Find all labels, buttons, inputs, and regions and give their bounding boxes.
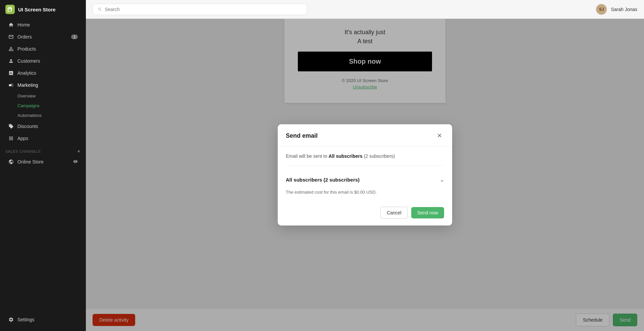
modal-send-now-button[interactable]: Send now xyxy=(411,207,444,218)
subscribers-label: All subscribers (2 subscribers) xyxy=(286,177,360,183)
topbar: SJ Sarah Jonas xyxy=(86,0,644,19)
sidebar-sub-item-automations[interactable]: Automations xyxy=(3,111,83,120)
customers-icon xyxy=(8,58,14,64)
discounts-icon xyxy=(8,123,14,129)
modal-info-text: Email will be sent to All subscribers (2… xyxy=(286,153,444,166)
subscribers-dropdown[interactable]: All subscribers (2 subscribers) ⌄ xyxy=(286,173,444,187)
orders-label: Orders xyxy=(17,34,32,40)
modal-title: Send email xyxy=(286,132,318,139)
sidebar-item-products[interactable]: Products xyxy=(3,43,83,55)
sidebar-item-apps[interactable]: Apps xyxy=(3,133,83,144)
products-label: Products xyxy=(17,46,36,52)
sidebar: UI Screen Store Home Orders 1 Products C… xyxy=(0,0,86,331)
modal-info-suffix: (2 subscribers) xyxy=(363,153,395,159)
discounts-label: Discounts xyxy=(17,124,38,129)
search-input[interactable] xyxy=(105,7,303,12)
chevron-down-icon: ⌄ xyxy=(440,177,444,183)
sidebar-item-orders[interactable]: Orders 1 xyxy=(3,31,83,43)
marketing-icon xyxy=(8,82,14,88)
orders-badge: 1 xyxy=(71,35,78,39)
products-icon xyxy=(8,46,14,52)
modal-header: Send email ✕ xyxy=(278,124,452,147)
add-sales-channel-icon[interactable]: + xyxy=(77,148,80,154)
online-store-visibility-icon[interactable] xyxy=(73,159,78,165)
analytics-icon xyxy=(8,70,14,76)
modal-info-bold: All subscribers xyxy=(329,153,363,159)
settings-label: Settings xyxy=(17,317,35,322)
sidebar-item-discounts[interactable]: Discounts xyxy=(3,121,83,132)
marketing-label: Marketing xyxy=(17,82,38,88)
analytics-label: Analytics xyxy=(17,70,36,76)
user-name: Sarah Jonas xyxy=(611,7,637,12)
sidebar-header: UI Screen Store xyxy=(0,0,86,19)
store-icon xyxy=(8,159,14,165)
store-name: UI Screen Store xyxy=(18,7,56,12)
sidebar-item-marketing[interactable]: Marketing xyxy=(3,79,83,91)
cost-text: The estimated cost for this email is $0.… xyxy=(286,190,444,195)
orders-icon xyxy=(8,34,14,40)
sidebar-sub-item-overview[interactable]: Overview xyxy=(3,91,83,101)
sidebar-item-analytics[interactable]: Analytics xyxy=(3,67,83,79)
user-avatar: SJ xyxy=(596,4,607,15)
apps-label: Apps xyxy=(17,136,28,141)
modal-overlay: Send email ✕ Email will be sent to All s… xyxy=(86,19,644,331)
home-label: Home xyxy=(17,22,30,27)
sidebar-item-customers[interactable]: Customers xyxy=(3,55,83,67)
modal-cancel-button[interactable]: Cancel xyxy=(380,207,408,219)
modal-close-button[interactable]: ✕ xyxy=(435,131,444,140)
home-icon xyxy=(8,22,14,28)
settings-icon xyxy=(8,317,14,323)
online-store-label: Online Store xyxy=(17,159,44,164)
main-content: SJ Sarah Jonas It's actually just A test… xyxy=(86,0,644,331)
send-email-modal: Send email ✕ Email will be sent to All s… xyxy=(278,124,452,225)
search-bar[interactable] xyxy=(93,4,307,15)
page-area: It's actually just A test Shop now © 202… xyxy=(86,19,644,331)
sidebar-item-home[interactable]: Home xyxy=(3,19,83,30)
modal-info-prefix: Email will be sent to xyxy=(286,153,329,159)
sidebar-item-settings[interactable]: Settings xyxy=(3,314,83,325)
modal-body: Email will be sent to All subscribers (2… xyxy=(278,147,452,201)
modal-footer: Cancel Send now xyxy=(278,201,452,225)
apps-icon xyxy=(8,135,14,141)
sales-channels-label: SALES CHANNELS + xyxy=(0,144,86,156)
customers-label: Customers xyxy=(17,58,40,64)
sidebar-item-online-store[interactable]: Online Store xyxy=(3,156,83,168)
search-icon xyxy=(98,7,102,12)
sidebar-sub-item-campaigns[interactable]: Campaigns xyxy=(3,101,83,110)
shopify-logo-icon xyxy=(5,5,15,14)
